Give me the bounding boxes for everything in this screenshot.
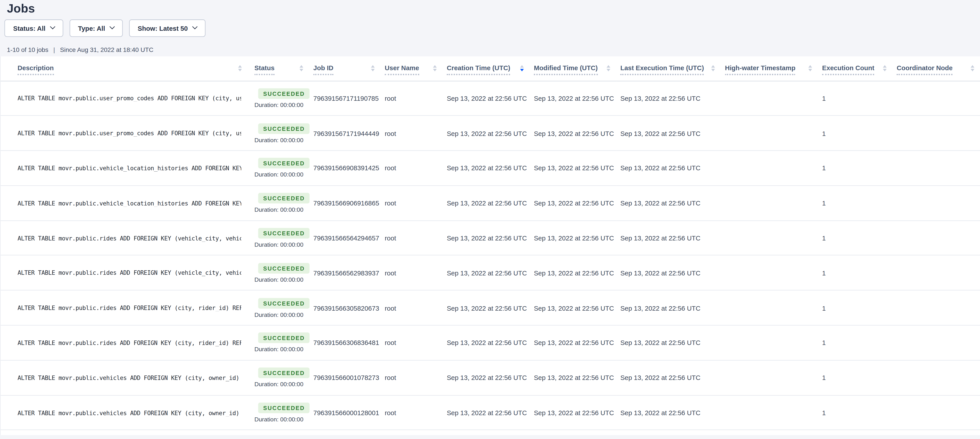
cell-job_id: 796391567171944449 [310,116,381,151]
column-header-user_name[interactable]: User Name [381,56,443,81]
cell-description: ALTER TABLE movr.public.vehicle_location… [1,185,248,220]
filters-bar: Status: All Type: All Show: Latest 50 [5,19,980,37]
cell-job_id: 796391566564294657 [310,220,381,255]
cell-creation_time: Sep 13, 2022 at 22:56 UTC [443,255,530,290]
show-filter-dropdown[interactable]: Show: Latest 50 [129,19,205,37]
sort-arrows-icon[interactable] [371,65,375,71]
status-badge: SUCCEEDED [258,333,310,343]
cell-creation_time: Sep 13, 2022 at 22:56 UTC [443,290,530,325]
cell-job_id: 796391566000128001 [310,395,381,430]
status-badge: SUCCEEDED [258,158,310,169]
cell-description: ALTER TABLE movr.public.rides ADD FOREIG… [1,255,248,290]
table-header-row: DescriptionStatusJob IDUser NameCreation… [1,56,980,81]
job-duration: Duration: 00:00:00 [255,206,310,213]
cell-coordinator_node [893,81,980,116]
cell-description: ALTER TABLE movr.public.vehicle_location… [1,151,248,185]
job-description-link[interactable]: ALTER TABLE movr.public.user_promo_codes… [18,130,241,136]
cell-last_execution_time: Sep 13, 2022 at 22:56 UTC [617,395,721,430]
column-header-job_id[interactable]: Job ID [310,56,381,81]
column-header-execution_count[interactable]: Execution Count [818,56,893,81]
job-row: ALTER TABLE movr.public.vehicle_location… [1,185,980,220]
job-description-link[interactable]: ALTER TABLE movr.public.vehicles ADD FOR… [18,374,241,381]
job-row: ALTER TABLE movr.public.user_promo_codes… [1,116,980,151]
cell-high_water [721,151,818,185]
cell-user_name: root [381,116,443,151]
status-badge: SUCCEEDED [258,368,310,379]
since-timestamp: Since Aug 31, 2022 at 18:40 UTC [60,46,153,53]
sort-arrows-icon[interactable] [883,65,887,71]
cell-execution_count: 1 [818,255,893,290]
cell-modified_time: Sep 13, 2022 at 22:56 UTC [530,185,617,220]
type-filter-dropdown[interactable]: Type: All [69,19,123,37]
cell-creation_time: Sep 13, 2022 at 22:56 UTC [443,325,530,360]
job-description-link[interactable]: ALTER TABLE movr.public.vehicles ADD FOR… [18,409,241,416]
cell-modified_time: Sep 13, 2022 at 22:56 UTC [530,255,617,290]
cell-execution_count: 1 [818,151,893,185]
column-header-high_water[interactable]: High-water Timestamp [721,56,818,81]
sort-asc-icon [883,65,887,67]
column-header-coordinator_node[interactable]: Coordinator Node [893,56,980,81]
job-description-link[interactable]: ALTER TABLE movr.public.vehicle_location… [18,200,241,206]
sort-arrows-icon[interactable] [238,65,242,71]
sort-arrows-icon[interactable] [433,65,437,71]
cell-modified_time: Sep 13, 2022 at 22:56 UTC [530,220,617,255]
cell-status: SUCCEEDEDDuration: 00:00:00 [248,255,310,290]
cell-coordinator_node [893,360,980,395]
column-header-creation_time[interactable]: Creation Time (UTC) [443,56,530,81]
cell-status: SUCCEEDEDDuration: 00:00:00 [248,220,310,255]
status-badge: SUCCEEDED [258,193,310,204]
column-label-user_name: User Name [385,63,419,75]
sort-arrows-icon[interactable] [711,65,715,71]
sort-arrows-icon[interactable] [607,65,611,71]
job-description-link[interactable]: ALTER TABLE movr.public.rides ADD FOREIG… [18,304,241,311]
job-duration: Duration: 00:00:00 [255,416,310,423]
cell-user_name: root [381,81,443,116]
results-summary: 1-10 of 10 jobs | Since Aug 31, 2022 at … [7,46,980,53]
job-description-link[interactable]: ALTER TABLE movr.public.rides ADD FOREIG… [18,235,241,241]
cell-last_execution_time: Sep 13, 2022 at 22:56 UTC [617,290,721,325]
sort-asc-icon [970,65,974,67]
cell-execution_count: 1 [818,360,893,395]
sort-arrows-icon[interactable] [520,65,524,71]
job-row: ALTER TABLE movr.public.rides ADD FOREIG… [1,255,980,290]
cell-high_water [721,395,818,430]
cell-coordinator_node [893,255,980,290]
sort-desc-icon [371,69,375,71]
job-duration: Duration: 00:00:00 [255,241,310,248]
cell-coordinator_node [893,116,980,151]
sort-asc-icon [299,65,303,67]
sort-asc-icon [607,65,611,67]
cell-job_id: 796391566906916865 [310,185,381,220]
cell-creation_time: Sep 13, 2022 at 22:56 UTC [443,220,530,255]
job-description-link[interactable]: ALTER TABLE movr.public.rides ADD FOREIG… [18,269,241,276]
cell-high_water [721,116,818,151]
jobs-table-body: ALTER TABLE movr.public.user_promo_codes… [1,81,980,430]
cell-job_id: 796391566908391425 [310,151,381,185]
cell-job_id: 796391566562983937 [310,255,381,290]
cell-high_water [721,185,818,220]
sort-arrows-icon[interactable] [970,65,974,71]
job-row: ALTER TABLE movr.public.user_promo_codes… [1,81,980,116]
cell-job_id: 796391566306836481 [310,325,381,360]
status-filter-dropdown[interactable]: Status: All [5,19,63,37]
cell-execution_count: 1 [818,325,893,360]
cell-description: ALTER TABLE movr.public.user_promo_codes… [1,116,248,151]
sort-desc-icon [433,69,437,71]
sort-arrows-icon[interactable] [299,65,303,71]
cell-description: ALTER TABLE movr.public.vehicles ADD FOR… [1,360,248,395]
cell-user_name: root [381,185,443,220]
job-description-link[interactable]: ALTER TABLE movr.public.user_promo_codes… [18,95,241,101]
job-description-link[interactable]: ALTER TABLE movr.public.vehicle_location… [18,165,241,171]
column-header-modified_time[interactable]: Modified Time (UTC) [530,56,617,81]
page-title: Jobs [7,2,980,16]
cell-job_id: 796391566001078273 [310,360,381,395]
cell-high_water [721,290,818,325]
cell-high_water [721,360,818,395]
job-description-link[interactable]: ALTER TABLE movr.public.rides ADD FOREIG… [18,339,241,346]
status-filter-label: Status: All [13,24,46,32]
sort-arrows-icon[interactable] [808,65,812,71]
column-header-description[interactable]: Description [1,56,248,81]
jobs-page: Jobs Status: All Type: All Show: Latest … [0,0,980,439]
column-header-last_execution_time[interactable]: Last Execution Time (UTC) [617,56,721,81]
column-header-status[interactable]: Status [248,56,310,81]
